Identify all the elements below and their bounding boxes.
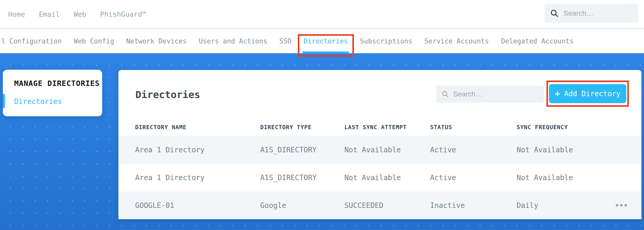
- tab-directories[interactable]: Directories: [303, 29, 348, 53]
- tab-label: Service Accounts: [424, 37, 489, 45]
- row-actions-ellipsis-icon[interactable]: [616, 204, 627, 207]
- add-directory-label: Add Directory: [564, 90, 621, 98]
- tab-bar: l Configuration Web Config Network Devic…: [0, 29, 644, 53]
- directories-search-input[interactable]: [453, 90, 539, 98]
- tab-network-devices[interactable]: Network Devices: [126, 29, 187, 53]
- column-header-sync-frequency: SYNC FREQUENCY: [517, 124, 616, 130]
- tab-sso[interactable]: SSO: [279, 29, 291, 53]
- directory-name-link[interactable]: Area 1 Directory: [135, 146, 260, 154]
- workspace-background: MANAGE DIRECTORIES Directories Directori…: [0, 53, 644, 230]
- directory-type: Google: [260, 201, 344, 210]
- tab-web-config[interactable]: Web Config: [74, 29, 114, 53]
- nav-item-web[interactable]: Web: [74, 10, 86, 18]
- page-title: Directories: [135, 89, 200, 100]
- tab-label: Users and Actions: [199, 37, 267, 45]
- search-icon: [441, 90, 449, 98]
- tab-label: Web Config: [74, 37, 114, 45]
- sync-frequency: Not Available: [517, 173, 616, 182]
- screen: Home Email Web PhishGuard™ l Configurati…: [0, 0, 644, 230]
- tab-label: Network Devices: [126, 37, 187, 45]
- plus-icon: +: [555, 89, 560, 98]
- directory-type: A1S_DIRECTORY: [260, 146, 344, 154]
- global-search[interactable]: [544, 4, 639, 23]
- directories-card: Directories + Add Directory DIRECTORY NA…: [118, 70, 641, 219]
- search-icon: [550, 9, 559, 18]
- red-annotation-box-button: + Add Directory: [546, 81, 629, 107]
- nav-item-phishguard[interactable]: PhishGuard™: [100, 10, 146, 18]
- directory-name-link[interactable]: Area 1 Directory: [135, 173, 260, 182]
- global-search-input[interactable]: [563, 9, 633, 17]
- sync-frequency: Not Available: [517, 146, 616, 154]
- tab-label: Subscriptions: [360, 37, 412, 45]
- table-row: Area 1 Directory A1S_DIRECTORY Not Avail…: [118, 164, 641, 191]
- tab-delegated-accounts[interactable]: Delegated Accounts: [501, 29, 573, 53]
- tab-label: l Configuration: [1, 37, 62, 45]
- tab-label: SSO: [279, 37, 291, 45]
- top-nav: Home Email Web PhishGuard™: [0, 0, 644, 28]
- card-header: Directories + Add Directory: [118, 70, 641, 118]
- panel-title: MANAGE DIRECTORIES: [14, 79, 100, 88]
- table-header-row: DIRECTORY NAME DIRECTORY TYPE LAST SYNC …: [118, 118, 641, 136]
- column-header-directory-name: DIRECTORY NAME: [135, 124, 260, 130]
- column-header-directory-type: DIRECTORY TYPE: [260, 124, 344, 130]
- tab-label: Delegated Accounts: [501, 37, 573, 45]
- tab-label: Directories: [303, 37, 348, 45]
- active-item-indicator: [3, 94, 5, 108]
- nav-item-home[interactable]: Home: [8, 10, 25, 18]
- nav-item-email[interactable]: Email: [39, 10, 60, 18]
- add-directory-button[interactable]: + Add Directory: [549, 84, 626, 103]
- status: Active: [430, 146, 517, 154]
- column-header-last-sync-attempt: LAST SYNC ATTEMPT: [344, 124, 430, 130]
- last-sync-attempt: Not Available: [344, 173, 430, 182]
- last-sync-attempt: SUCCEEDED: [344, 201, 430, 210]
- column-header-status: STATUS: [430, 124, 517, 130]
- sync-frequency: Daily: [517, 201, 616, 210]
- directory-type: A1S_DIRECTORY: [260, 173, 344, 182]
- tab-subscriptions[interactable]: Subscriptions: [360, 29, 412, 53]
- tab-users-and-actions[interactable]: Users and Actions: [199, 29, 267, 53]
- tab-email-configuration[interactable]: l Configuration: [1, 29, 62, 53]
- active-tab-underline: [302, 51, 349, 53]
- table-row: Area 1 Directory A1S_DIRECTORY Not Avail…: [118, 136, 641, 164]
- directory-name-link[interactable]: GOOGLE-01: [135, 201, 260, 210]
- last-sync-attempt: Not Available: [344, 146, 430, 154]
- directories-search[interactable]: [436, 86, 544, 103]
- table-row: GOOGLE-01 Google SUCCEEDED Inactive Dail…: [118, 191, 641, 219]
- status: Active: [430, 173, 517, 182]
- sidebar-item-directories[interactable]: Directories: [14, 97, 62, 106]
- status: Inactive: [430, 201, 517, 210]
- tab-service-accounts[interactable]: Service Accounts: [424, 29, 489, 53]
- manage-directories-panel: MANAGE DIRECTORIES Directories: [3, 70, 102, 116]
